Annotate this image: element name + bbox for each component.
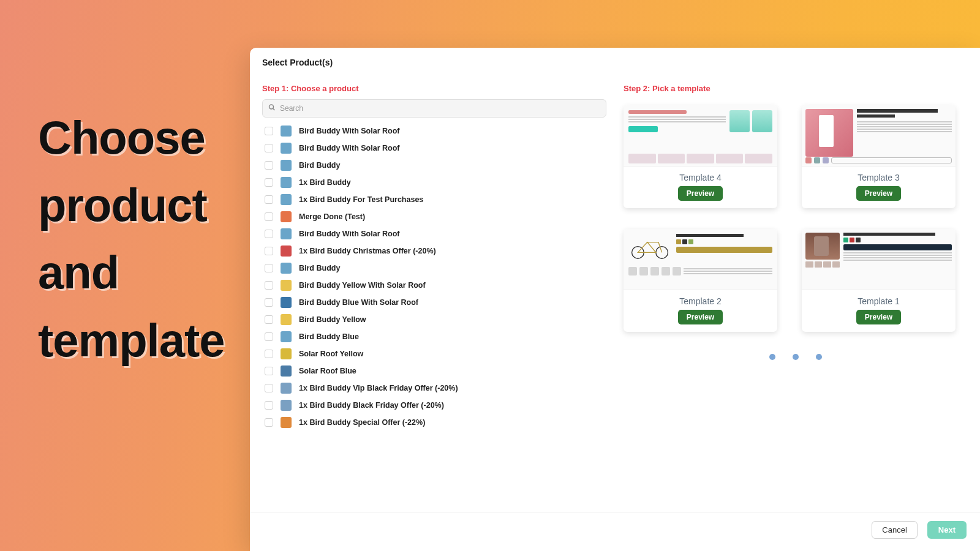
svg-point-0 xyxy=(270,105,274,109)
product-row[interactable]: Merge Done (Test) xyxy=(262,208,604,225)
template-title: Template 3 xyxy=(802,167,956,186)
product-name: Bird Buddy Blue xyxy=(299,332,359,341)
product-thumb-icon xyxy=(281,400,292,411)
product-row[interactable]: Bird Buddy xyxy=(262,260,604,277)
product-row[interactable]: 1x Bird Buddy Vip Black Friday Offer (-2… xyxy=(262,380,604,397)
product-checkbox[interactable] xyxy=(265,332,273,341)
product-name: Bird Buddy xyxy=(299,161,340,170)
product-thumb-icon xyxy=(281,314,292,325)
product-checkbox[interactable] xyxy=(265,350,273,358)
hero-headline: Choose product and template xyxy=(38,104,234,374)
product-checkbox[interactable] xyxy=(265,127,273,135)
product-checkbox[interactable] xyxy=(265,298,273,307)
cancel-button[interactable]: Cancel xyxy=(872,521,917,539)
product-thumb-icon xyxy=(281,417,292,428)
preview-button[interactable]: Preview xyxy=(856,310,901,324)
preview-button[interactable]: Preview xyxy=(678,186,723,201)
product-row[interactable]: Bird Buddy With Solar Roof xyxy=(262,122,604,140)
template-card[interactable]: Template 4Preview xyxy=(624,105,777,208)
product-thumb-icon xyxy=(281,365,292,377)
svg-line-1 xyxy=(273,108,275,110)
template-thumbnail xyxy=(624,229,777,290)
product-checkbox[interactable] xyxy=(265,161,273,170)
product-checkbox[interactable] xyxy=(265,144,273,152)
product-thumb-icon xyxy=(281,383,292,394)
hero-line-3: and xyxy=(38,239,234,306)
product-thumb-icon xyxy=(281,194,292,205)
preview-button[interactable]: Preview xyxy=(856,186,901,201)
product-name: 1x Bird Buddy Vip Black Friday Offer (-2… xyxy=(299,384,458,392)
preview-button[interactable]: Preview xyxy=(678,310,723,324)
hero-line-1: Choose xyxy=(38,104,234,171)
step2-column: Step 2: Pick a template Template 4Previe… xyxy=(624,77,968,501)
product-checkbox[interactable] xyxy=(265,195,273,204)
product-row[interactable]: Bird Buddy With Solar Roof xyxy=(262,225,604,242)
product-row[interactable]: 1x Bird Buddy Black Friday Offer (-20%) xyxy=(262,397,604,414)
product-name: Bird Buddy Blue With Solar Roof xyxy=(299,298,418,307)
product-name: Bird Buddy With Solar Roof xyxy=(299,230,399,238)
product-name: Bird Buddy Yellow With Solar Roof xyxy=(299,281,426,290)
template-title: Template 2 xyxy=(624,290,777,310)
product-thumb-icon xyxy=(281,297,292,308)
product-checkbox[interactable] xyxy=(265,315,273,324)
step1-label: Step 1: Choose a product xyxy=(262,77,606,99)
product-row[interactable]: Bird Buddy Yellow With Solar Roof xyxy=(262,277,604,294)
product-checkbox[interactable] xyxy=(265,178,273,187)
product-name: Bird Buddy With Solar Roof xyxy=(299,127,399,135)
template-thumbnail xyxy=(802,105,956,167)
product-row[interactable]: 1x Bird Buddy xyxy=(262,174,604,191)
next-button[interactable]: Next xyxy=(927,521,967,539)
product-row[interactable]: 1x Bird Buddy For Test Purchases xyxy=(262,191,604,208)
product-name: 1x Bird Buddy For Test Purchases xyxy=(299,195,423,204)
hero-line-2: product xyxy=(38,171,234,239)
product-row[interactable]: Bird Buddy With Solar Roof xyxy=(262,140,604,157)
template-title: Template 4 xyxy=(624,167,777,186)
product-thumb-icon xyxy=(281,177,292,188)
page-dot[interactable] xyxy=(793,354,799,360)
product-thumb-icon xyxy=(281,246,292,257)
product-name: Solar Roof Blue xyxy=(299,367,356,375)
product-row[interactable]: Bird Buddy Blue xyxy=(262,328,604,345)
product-row[interactable]: Bird Buddy xyxy=(262,157,604,174)
product-checkbox[interactable] xyxy=(265,247,273,255)
product-list[interactable]: Bird Buddy With Solar RoofBird Buddy Wit… xyxy=(262,122,606,501)
product-row[interactable]: Solar Roof Blue xyxy=(262,362,604,380)
product-checkbox[interactable] xyxy=(265,367,273,375)
product-name: 1x Bird Buddy Special Offer (-22%) xyxy=(299,418,425,427)
modal-footer: Cancel Next xyxy=(250,512,980,551)
search-input[interactable] xyxy=(262,99,606,118)
product-name: Bird Buddy xyxy=(299,264,340,272)
step2-label: Step 2: Pick a template xyxy=(624,77,968,99)
product-row[interactable]: Bird Buddy Yellow xyxy=(262,311,604,328)
product-checkbox[interactable] xyxy=(265,401,273,410)
product-checkbox[interactable] xyxy=(265,264,273,272)
product-row[interactable]: 1x Bird Buddy Special Offer (-22%) xyxy=(262,414,604,431)
product-name: Bird Buddy Yellow xyxy=(299,315,366,324)
template-card[interactable]: Template 1Preview xyxy=(802,229,956,332)
step1-column: Step 1: Choose a product Bird Buddy With… xyxy=(262,77,606,501)
svg-point-3 xyxy=(656,247,668,259)
page-dot[interactable] xyxy=(769,354,775,360)
template-title: Template 1 xyxy=(802,290,956,310)
template-card[interactable]: Template 2Preview xyxy=(624,229,777,332)
hero-line-4: template xyxy=(38,307,234,374)
product-row[interactable]: Bird Buddy Blue With Solar Roof xyxy=(262,294,604,311)
product-checkbox[interactable] xyxy=(265,212,273,221)
product-name: Bird Buddy With Solar Roof xyxy=(299,144,399,152)
product-checkbox[interactable] xyxy=(265,230,273,238)
product-row[interactable]: Solar Roof Yellow xyxy=(262,345,604,362)
product-thumb-icon xyxy=(281,280,292,291)
product-thumb-icon xyxy=(281,228,292,239)
page-dot[interactable] xyxy=(816,354,822,360)
product-thumb-icon xyxy=(281,211,292,222)
product-checkbox[interactable] xyxy=(265,384,273,392)
product-thumb-icon xyxy=(281,126,292,137)
select-product-modal: Select Product(s) Step 1: Choose a produ… xyxy=(250,48,980,551)
product-thumb-icon xyxy=(281,160,292,171)
template-card[interactable]: Template 3Preview xyxy=(802,105,956,208)
product-checkbox[interactable] xyxy=(265,281,273,290)
product-checkbox[interactable] xyxy=(265,418,273,427)
product-thumb-icon xyxy=(281,348,292,359)
product-name: Merge Done (Test) xyxy=(299,212,365,221)
product-row[interactable]: 1x Bird Buddy Christmas Offer (-20%) xyxy=(262,242,604,260)
